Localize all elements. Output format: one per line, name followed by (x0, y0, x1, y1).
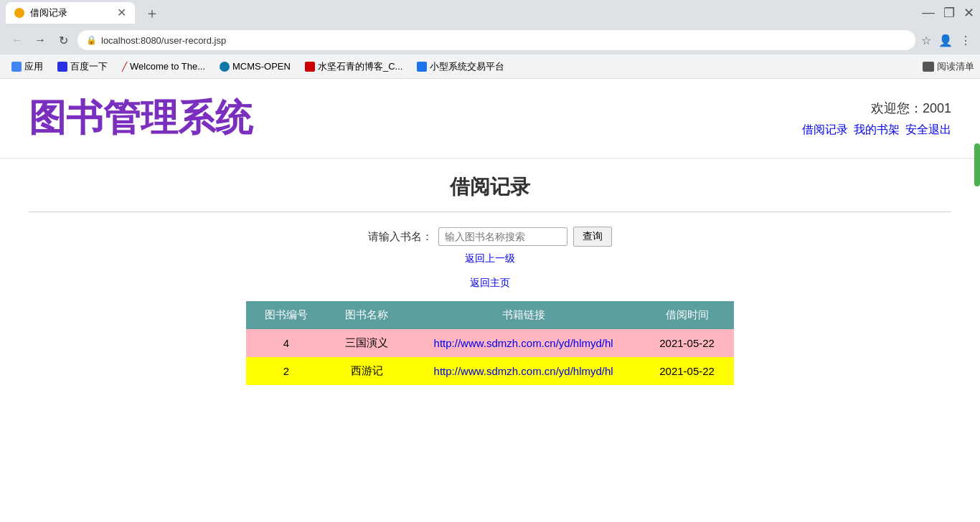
bookmark-xiaox[interactable]: 小型系统交易平台 (411, 57, 510, 76)
scroll-indicator (974, 143, 980, 186)
page-content: 图书管理系统 欢迎您：2001 借阅记录 我的书架 安全退出 借阅记录 请输入书… (0, 79, 980, 509)
site-header: 图书管理系统 欢迎您：2001 借阅记录 我的书架 安全退出 (0, 79, 980, 159)
back-to-parent-link[interactable]: 返回上一级 (465, 252, 515, 265)
bookmark-welcome[interactable]: ╱ Welcome to The... (116, 58, 211, 75)
table-row: 4三国演义http://www.sdmzh.com.cn/yd/hlmyd/hl… (246, 329, 734, 357)
bookmark-star-icon[interactable]: ☆ (921, 34, 931, 47)
table-header-row: 图书编号 图书名称 书籍链接 借阅时间 (246, 301, 734, 329)
new-tab-button[interactable]: ＋ (141, 4, 164, 23)
cell-link[interactable]: http://www.sdmzh.com.cn/yd/hlmyd/hl (434, 337, 613, 349)
bookmark-baidu[interactable]: 百度一下 (52, 57, 113, 76)
bookmark-welcome-label: Welcome to The... (130, 61, 205, 72)
nav-borrow-record[interactable]: 借阅记录 (802, 123, 848, 138)
bookmark-mcms-label: MCMS-OPEN (232, 61, 291, 72)
bookmark-baidu-label: 百度一下 (70, 60, 108, 73)
cell-name: 西游记 (326, 357, 407, 385)
menu-icon[interactable]: ⋮ (960, 34, 971, 47)
reload-button[interactable]: ↻ (55, 32, 72, 49)
cell-name: 三国演义 (326, 329, 407, 357)
cell-date: 2021-05-22 (640, 357, 734, 385)
back-button[interactable]: ← (9, 32, 26, 49)
table-row: 2西游记http://www.sdmzh.com.cn/yd/hlmyd/hl2… (246, 357, 734, 385)
search-area: 请输入书名： 查询 返回上一级 (29, 227, 951, 265)
bookmark-csdn-label: 水坚石青的博客_C... (318, 60, 402, 73)
url-text: localhost:8080/user-record.jsp (101, 35, 907, 46)
col-header-name: 图书名称 (326, 301, 407, 329)
page-title: 借阅记录 (29, 174, 951, 212)
tab-close-button[interactable]: ✕ (117, 7, 126, 19)
lock-icon: 🔒 (86, 35, 97, 45)
apps-favicon (11, 62, 22, 72)
close-button[interactable]: ✕ (963, 5, 974, 21)
search-button[interactable]: 查询 (573, 227, 612, 247)
cell-id: 4 (246, 329, 326, 357)
account-icon[interactable]: 👤 (938, 34, 953, 47)
bookmark-apps-label: 应用 (24, 60, 43, 73)
baidu-favicon (57, 62, 67, 72)
col-header-date: 借阅时间 (640, 301, 734, 329)
col-header-id: 图书编号 (246, 301, 326, 329)
bookmarks-bar-right: 阅读清单 (923, 60, 974, 73)
site-title: 图书管理系统 (29, 93, 253, 143)
search-label: 请输入书名： (368, 230, 433, 244)
bookmark-apps[interactable]: 应用 (6, 57, 49, 76)
bookmarks-bar: 应用 百度一下 ╱ Welcome to The... MCMS-OPEN 水坚… (0, 54, 980, 79)
nav-my-shelf[interactable]: 我的书架 (854, 123, 900, 138)
welcome-favicon: ╱ (122, 62, 127, 72)
back-to-home-link[interactable]: 返回主页 (29, 277, 951, 290)
bookmark-xiaox-label: 小型系统交易平台 (430, 60, 504, 73)
cell-date: 2021-05-22 (640, 329, 734, 357)
address-bar-actions: ☆ 👤 ⋮ (921, 34, 971, 47)
read-list-icon (923, 62, 934, 72)
main-content: 借阅记录 请输入书名： 查询 返回上一级 返回主页 图书编号 图书名称 书籍链接… (0, 159, 980, 399)
xiaox-favicon (417, 62, 427, 72)
col-header-link: 书籍链接 (407, 301, 640, 329)
header-right: 欢迎您：2001 借阅记录 我的书架 安全退出 (802, 100, 951, 138)
bookmark-mcms[interactable]: MCMS-OPEN (214, 58, 296, 75)
cell-id: 2 (246, 357, 326, 385)
search-row: 请输入书名： 查询 (368, 227, 612, 247)
mcms-favicon (220, 62, 230, 72)
url-bar[interactable]: 🔒 localhost:8080/user-record.jsp (77, 30, 915, 50)
restore-button[interactable]: ❐ (943, 5, 955, 21)
tab-title: 借阅记录 (30, 6, 111, 19)
minimize-button[interactable]: — (922, 5, 935, 21)
read-list-button[interactable]: 阅读清单 (923, 60, 974, 73)
csdn-favicon (305, 62, 315, 72)
nav-logout[interactable]: 安全退出 (905, 123, 951, 138)
record-table: 图书编号 图书名称 书籍链接 借阅时间 4三国演义http://www.sdmz… (246, 301, 734, 385)
browser-tab[interactable]: 借阅记录 ✕ (6, 2, 135, 24)
search-input[interactable] (438, 227, 567, 246)
cell-link[interactable]: http://www.sdmzh.com.cn/yd/hlmyd/hl (434, 365, 613, 377)
read-list-label: 阅读清单 (937, 60, 974, 73)
welcome-text: 欢迎您：2001 (871, 100, 951, 117)
window-controls: — ❐ ✕ (922, 5, 974, 21)
header-nav: 借阅记录 我的书架 安全退出 (802, 123, 951, 138)
tab-favicon (14, 8, 24, 18)
forward-button[interactable]: → (32, 32, 49, 49)
bookmark-csdn[interactable]: 水坚石青的博客_C... (299, 57, 408, 76)
address-bar: ← → ↻ 🔒 localhost:8080/user-record.jsp ☆… (0, 26, 980, 54)
